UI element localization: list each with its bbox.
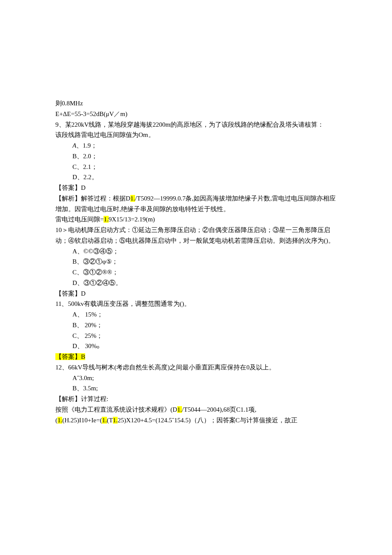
- option-b: B、2.0；: [55, 151, 337, 162]
- text-line: E+ΔE=55-3=52dB(μV／m): [55, 109, 337, 119]
- answer-label: 【答案】D: [55, 183, 337, 193]
- highlight: 1.: [58, 417, 62, 424]
- option-d: D、 30%o: [55, 341, 337, 352]
- option-d: D、2.2。: [55, 172, 337, 183]
- analysis-label: 【解析】计算过程:: [55, 394, 337, 404]
- question-9: 9、某220kV线路，某地段穿越海拔2200m的高原地区，为了该段线路的绝缘配合…: [55, 119, 337, 130]
- answer-label: 【答案】B: [55, 352, 337, 362]
- text-part: /T5044—2004),68页C1.1项,: [182, 406, 257, 413]
- analysis-text: 【解析】解答过程：根据D1./T5092—19999.0.7条,如因高海拔增加绝…: [55, 193, 337, 215]
- option-d: D、③①②④⑤。: [55, 278, 337, 288]
- text-line: 该段线路雷电过电压间隙值为Om。: [55, 130, 337, 140]
- option-b: B、 20%；: [55, 320, 337, 331]
- option-a: Aˆ3.0m;: [55, 373, 337, 384]
- text-part: 25)X120+4.5=(124.5ˆ154.5)（八）；因答案C与计算值接近，…: [118, 417, 297, 424]
- answer-label: 【答案】D: [55, 288, 337, 299]
- ref-line: 按照《电力工程直流系统设计技术规程》(D1./T5044—2004),68页C1…: [55, 404, 337, 415]
- highlight: 1.: [102, 417, 107, 424]
- option-a: A、1.9；: [55, 140, 337, 151]
- text-part: (T: [107, 417, 113, 424]
- text-part: D、 30%: [72, 343, 97, 349]
- option-c: C、③①②®®；: [55, 267, 337, 278]
- document-page: 则0.8MHz E+ΔE=55-3=52dB(μV／m) 9、某220kV线路，…: [0, 0, 392, 451]
- highlight: 【答案】B: [55, 353, 85, 360]
- text-part: (H.25)I10+Ie=(: [62, 417, 102, 424]
- highlight: 1.: [104, 216, 108, 223]
- text-part: 雷电过电压间隙=: [55, 216, 104, 223]
- question-12: 12、66kV导线与树木(考虑自然生长高度)之间最小垂直距离应保持在0及以上。: [55, 362, 337, 373]
- highlight: 1.: [177, 406, 182, 413]
- option-c: C、 25%；: [55, 331, 337, 341]
- option-c: C、2.1；: [55, 162, 337, 172]
- subscript: o: [97, 344, 99, 350]
- text-part: 【解析】解答过程：根据D: [55, 195, 130, 202]
- option-b: B、3.5m;: [55, 383, 337, 394]
- highlight: 1.: [113, 417, 118, 424]
- text-line: 则0.8MHz: [55, 98, 337, 109]
- highlight: 1.: [130, 195, 135, 202]
- question-11: 11、500kv有载调压变压器，调整范围通常为()。: [55, 299, 337, 309]
- text-part: 9X15/13=2.19(m): [109, 216, 155, 223]
- calc-line: (1.(H.25)I10+Ie=(1.(T1.25)X120+4.5=(124.…: [55, 415, 337, 426]
- option-b: B、③②①φ⑤；: [55, 256, 337, 267]
- question-10: 10＞电动机降压启动方式：①延边三角形降压启动；②自偶变压器降压启动；③星一三角…: [55, 225, 337, 246]
- text-part: 按照《电力工程直流系统设计技术规程》(D: [55, 406, 177, 413]
- calc-line: 雷电过电压间隙=1.9X15/13=2.19(m): [55, 214, 337, 225]
- option-a: A、 15%；: [55, 309, 337, 320]
- option-a: A、©©③④⑤；: [55, 246, 337, 257]
